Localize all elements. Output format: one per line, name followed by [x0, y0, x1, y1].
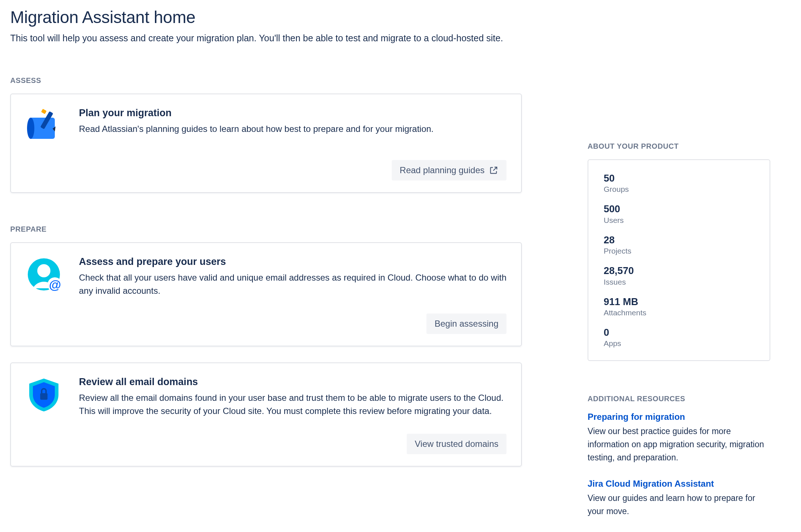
user-at-icon: @ [26, 256, 62, 293]
card-domains-title: Review all email domains [79, 376, 506, 388]
svg-point-6 [37, 264, 50, 277]
external-link-icon [489, 166, 498, 175]
stat-attachments: 911 MBAttachments [604, 296, 754, 317]
stat-apps-label: Apps [604, 339, 754, 348]
stat-apps: 0Apps [604, 327, 754, 348]
shield-lock-icon [26, 376, 62, 413]
section-label-prepare: PREPARE [10, 225, 522, 233]
card-users-title: Assess and prepare your users [79, 256, 506, 267]
resource-preparing: Preparing for migration View our best pr… [588, 412, 770, 464]
resource-jcma-link[interactable]: Jira Cloud Migration Assistant [588, 479, 714, 489]
resource-preparing-desc: View our best practice guides for more i… [588, 425, 770, 464]
card-assess-users: @ Assess and prepare your users Check th… [10, 242, 522, 346]
card-plan-migration: Plan your migration Read Atlassian's pla… [10, 94, 522, 193]
page-title: Migration Assistant home [10, 7, 791, 27]
begin-assessing-label: Begin assessing [434, 319, 498, 329]
stat-users: 500Users [604, 203, 754, 224]
stat-projects-value: 28 [604, 234, 754, 246]
section-label-about: ABOUT YOUR PRODUCT [588, 142, 770, 151]
card-review-domains: Review all email domains Review all the … [10, 362, 522, 467]
read-planning-guides-label: Read planning guides [400, 165, 485, 175]
view-trusted-domains-button[interactable]: View trusted domains [407, 434, 506, 454]
stat-groups: 50Groups [604, 172, 754, 194]
section-label-assess: ASSESS [10, 76, 522, 85]
card-plan-desc: Read Atlassian's planning guides to lear… [79, 122, 506, 136]
card-domains-desc: Review all the email domains found in yo… [79, 391, 506, 418]
stat-projects-label: Projects [604, 247, 754, 255]
svg-text:@: @ [49, 278, 61, 292]
card-users-desc: Check that all your users have valid and… [79, 271, 506, 297]
resource-jcma: Jira Cloud Migration Assistant View our … [588, 479, 770, 518]
stat-groups-value: 50 [604, 172, 754, 184]
resource-preparing-link[interactable]: Preparing for migration [588, 412, 685, 422]
section-label-resources: ADDITIONAL RESOURCES [588, 395, 770, 403]
card-plan-title: Plan your migration [79, 107, 506, 119]
svg-rect-4 [41, 109, 46, 114]
stat-groups-label: Groups [604, 185, 754, 194]
stat-attachments-label: Attachments [604, 308, 754, 317]
stat-issues: 28,570Issues [604, 265, 754, 286]
stat-users-value: 500 [604, 203, 754, 215]
stat-projects: 28Projects [604, 234, 754, 255]
page-subtitle: This tool will help you assess and creat… [10, 33, 791, 43]
stat-users-label: Users [604, 216, 754, 225]
view-trusted-domains-label: View trusted domains [415, 439, 498, 449]
begin-assessing-button[interactable]: Begin assessing [426, 314, 506, 334]
plan-scroll-pencil-icon [26, 107, 62, 144]
svg-rect-9 [40, 393, 48, 400]
read-planning-guides-button[interactable]: Read planning guides [392, 160, 506, 180]
about-product-card: 50Groups 500Users 28Projects 28,570Issue… [588, 159, 770, 361]
stat-issues-label: Issues [604, 278, 754, 286]
stat-apps-value: 0 [604, 327, 754, 338]
svg-point-1 [27, 118, 34, 139]
stat-issues-value: 28,570 [604, 265, 754, 277]
resource-jcma-desc: View our guides and learn how to prepare… [588, 492, 770, 518]
stat-attachments-value: 911 MB [604, 296, 754, 308]
